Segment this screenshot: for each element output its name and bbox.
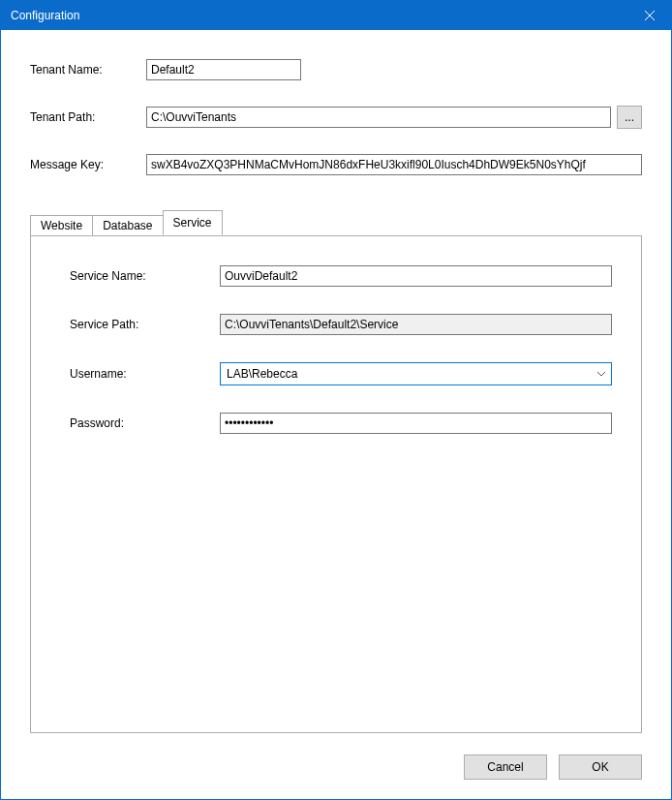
browse-button[interactable]: ... bbox=[617, 106, 642, 129]
cancel-button[interactable]: Cancel bbox=[464, 754, 547, 780]
service-name-input[interactable] bbox=[220, 265, 612, 287]
configuration-window: Configuration Tenant Name: Tenant Path: … bbox=[0, 0, 672, 800]
tab-container: Website Database Service Service Name: S… bbox=[30, 210, 642, 733]
tenant-path-row: Tenant Path: ... bbox=[30, 106, 642, 129]
titlebar: Configuration bbox=[1, 1, 671, 30]
service-path-label: Service Path: bbox=[70, 318, 220, 331]
window-title: Configuration bbox=[11, 9, 79, 22]
password-row: Password: bbox=[70, 413, 612, 434]
username-row: Username: bbox=[70, 362, 612, 385]
tab-database[interactable]: Database bbox=[92, 215, 163, 236]
content-area: Tenant Name: Tenant Path: ... Message Ke… bbox=[1, 30, 671, 743]
close-button[interactable] bbox=[627, 1, 671, 30]
ok-button[interactable]: OK bbox=[559, 754, 642, 780]
tab-service[interactable]: Service bbox=[163, 210, 223, 235]
service-path-row: Service Path: bbox=[70, 314, 612, 335]
close-icon bbox=[645, 11, 655, 20]
password-label: Password: bbox=[70, 416, 220, 430]
username-label: Username: bbox=[70, 367, 220, 381]
footer: Cancel OK bbox=[1, 743, 671, 799]
username-combobox[interactable] bbox=[220, 362, 612, 385]
service-name-label: Service Name: bbox=[70, 269, 220, 283]
tenant-name-input[interactable] bbox=[146, 59, 301, 80]
service-name-row: Service Name: bbox=[70, 265, 612, 287]
tab-strip: Website Database Service bbox=[30, 210, 642, 235]
service-panel: Service Name: Service Path: Username: bbox=[30, 235, 642, 733]
message-key-label: Message Key: bbox=[30, 158, 146, 171]
tenant-name-label: Tenant Name: bbox=[30, 63, 146, 77]
tenant-path-label: Tenant Path: bbox=[30, 110, 146, 124]
service-path-input bbox=[220, 314, 612, 335]
message-key-row: Message Key: bbox=[30, 154, 642, 175]
tenant-name-row: Tenant Name: bbox=[30, 59, 642, 80]
tab-website[interactable]: Website bbox=[30, 215, 93, 236]
tenant-path-input[interactable] bbox=[146, 107, 611, 128]
message-key-input[interactable] bbox=[146, 154, 642, 175]
password-input[interactable] bbox=[220, 413, 612, 434]
